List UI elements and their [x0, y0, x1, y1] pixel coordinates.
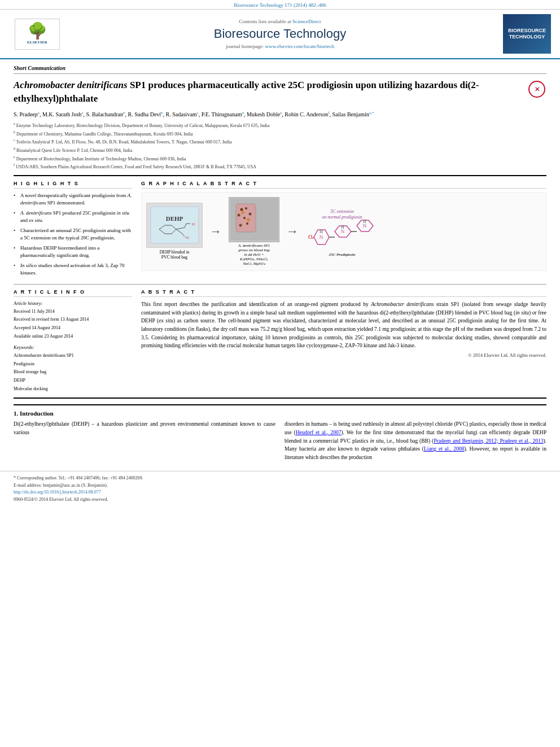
svg-point-19	[237, 214, 240, 217]
accepted-date: Accepted 14 August 2014	[14, 324, 132, 332]
ga-product-box: 5C extension on normal prodigiosin N H N…	[305, 206, 379, 257]
svg-point-20	[243, 217, 246, 219]
doi-line: http://dx.doi.org/10.1016/j.biortech.201…	[14, 489, 546, 496]
abstract-header: A B S T R A C T	[141, 289, 546, 297]
graphical-abstract-header: G R A P H I C A L A B S T R A C T	[141, 181, 546, 189]
crossmark-badge[interactable]: ✕	[528, 81, 546, 99]
intro-left-text: Di(2-ethylhexyl)phthalate (DEHP) – a haz…	[14, 420, 275, 436]
article-dates: Received 11 July 2014 Received in revise…	[14, 308, 132, 340]
keyword-3: Blood storage bag	[14, 368, 132, 376]
article-title: Achromobacter denitrificans SP1 produces…	[14, 78, 524, 106]
issn-line: 0960-8524/© 2014 Elsevier Ltd. All right…	[14, 496, 546, 504]
citation-text: Bioresource Technology 171 (2014) 482–48…	[234, 2, 326, 8]
journal-header: 🌳 ELSEVIER Contents lists available at S…	[0, 10, 560, 59]
graphical-abstract-content: DEHP O	[141, 192, 546, 271]
svg-line-40	[312, 237, 314, 239]
divider-1	[14, 175, 546, 176]
intro-left-col: Di(2-ethylhexyl)phthalate (DEHP) – a haz…	[14, 420, 275, 462]
abstract-column: A B S T R A C T This first report descri…	[141, 289, 546, 393]
crossmark-icon: ✕	[528, 81, 545, 98]
intro-right-text: disorders in humans – is being used ruth…	[285, 420, 546, 462]
footer-section: * Corresponding author. Tel.: +91 494 24…	[0, 471, 560, 507]
highlight-item-3: Characterized an unusual 25C prodigiosin…	[14, 227, 132, 242]
ga-product-label: 25C Prodigiosin	[329, 252, 356, 257]
svg-point-18	[245, 207, 247, 209]
article-info-column: A R T I C L E I N F O Article history: R…	[14, 289, 132, 393]
journal-title: Bioresource Technology	[65, 27, 495, 41]
ga-bacteria-box-wrapper: A. denitrificans SP1grows on blood bagin…	[229, 197, 279, 266]
svg-text:H: H	[341, 225, 344, 230]
homepage-label: journal homepage:	[226, 43, 264, 49]
svg-text:on normal prodigiosin: on normal prodigiosin	[322, 215, 362, 220]
ref-liang[interactable]: Liang et al., 2008	[424, 446, 464, 452]
keyword-4: DEHP	[14, 377, 132, 385]
svg-text:N: N	[320, 234, 323, 240]
article-type: Short Communication	[14, 65, 546, 74]
email-address: E-mail address: benjamin@uoc.ac.in (S. B…	[14, 482, 546, 490]
article-title-section: Achromobacter denitrificans SP1 produces…	[14, 78, 546, 106]
highlights-column: H I G H L I G H T S A novel therapeutica…	[14, 181, 132, 279]
svg-text:DEHP: DEHP	[165, 215, 183, 222]
science-direct-link[interactable]: ScienceDirect	[292, 19, 321, 24]
highlight-item-2: A. denitrificans SP1 produced 25C prodig…	[14, 209, 132, 225]
history-label: Article history:	[14, 300, 132, 306]
journal-badge-section: BIORESOURCETECHNOLOGY	[495, 14, 551, 54]
elsevier-logo: 🌳 ELSEVIER	[15, 19, 60, 50]
affiliations: a Enzyme Technology Laboratory, Biotechn…	[14, 121, 546, 171]
highlights-list: A novel therapeutically significant prod…	[14, 192, 132, 277]
ref-pradeep-benjamin[interactable]: Pradeep and Benjamin, 2012; Pradeep et a…	[434, 438, 543, 444]
affiliation-e: e Department of Biotechnology, Indian In…	[14, 155, 546, 163]
intro-two-col: Di(2-ethylhexyl)phthalate (DEHP) – a haz…	[14, 420, 546, 462]
highlight-item-5: In silico studies showed activation of J…	[14, 262, 132, 277]
available-online-date: Available online 23 August 2014	[14, 333, 132, 340]
intro-right-col: disorders in humans – is being used ruth…	[285, 420, 546, 462]
journal-center: Contents lists available at ScienceDirec…	[65, 19, 495, 49]
ga-product-structure: 5C extension on normal prodigiosin N H N…	[305, 206, 379, 251]
svg-point-22	[246, 222, 248, 225]
ref-heudorf[interactable]: Heudorf et al., 2007	[296, 430, 342, 435]
badge-title: BIORESOURCETECHNOLOGY	[508, 28, 546, 40]
ga-dehp-molecule: DEHP O	[146, 203, 203, 248]
ga-dehp-label: DEHP blended inPVC blood bag	[160, 250, 190, 261]
authors-line: S. Pradeepa, M.K. Sarath Josha, S. Balac…	[14, 110, 546, 119]
svg-text:O: O	[186, 235, 189, 240]
highlight-item-1: A novel therapeutically significant prod…	[14, 192, 132, 207]
affiliation-b: b Department of Chemistry, Mahatma Gandh…	[14, 130, 546, 138]
svg-point-23	[239, 224, 242, 227]
ga-arrow-2: →	[286, 224, 299, 239]
contents-available-text: Contents lists available at	[239, 19, 291, 24]
ga-bacteria-annotation: A. denitrificans SP1grows on blood bagin…	[238, 243, 270, 266]
svg-text:H: H	[320, 229, 323, 234]
doi-link[interactable]: http://dx.doi.org/10.1016/j.biortech.201…	[14, 490, 101, 495]
journal-homepage: journal homepage: www.elsevier.com/locat…	[65, 43, 495, 49]
elsevier-brand-text: ELSEVIER	[27, 40, 47, 45]
homepage-url[interactable]: www.elsevier.com/locate/biortech	[265, 43, 334, 49]
affiliation-c: c Toshvin Analytical P. Ltd, A6, II Floo…	[14, 138, 546, 146]
affiliation-d: d Bioanalytical Quest Life Science P. Lt…	[14, 146, 546, 154]
footer-left: * Corresponding author. Tel.: +91 494 24…	[14, 475, 546, 504]
svg-text:H: H	[363, 219, 366, 224]
affiliation-a: a Enzyme Technology Laboratory, Biotechn…	[14, 121, 546, 129]
keyword-1: Achromobacter denitrificans SP1	[14, 352, 132, 360]
svg-point-21	[248, 213, 251, 216]
divider-2	[14, 284, 546, 285]
keywords-label: Keywords:	[14, 344, 132, 350]
highlights-graphical-row: H I G H L I G H T S A novel therapeutica…	[14, 181, 546, 279]
graphical-abstract-column: G R A P H I C A L A B S T R A C T DEHP	[141, 181, 546, 279]
ga-arrow-1: →	[209, 224, 222, 239]
title-italic-part: Achromobacter denitrificans	[14, 80, 128, 90]
elsevier-logo-section: 🌳 ELSEVIER	[9, 19, 65, 50]
article-content: Short Communication Achromobacter denitr…	[0, 65, 560, 462]
article-info-header: A R T I C L E I N F O	[14, 289, 132, 297]
highlights-header: H I G H L I G H T S	[14, 181, 132, 189]
citation-bar: Bioresource Technology 171 (2014) 482–48…	[0, 0, 560, 10]
svg-text:O: O	[308, 234, 312, 240]
keyword-2: Prodigiosin	[14, 360, 132, 368]
keywords-list: Achromobacter denitrificans SP1 Prodigio…	[14, 352, 132, 392]
divider-3	[14, 397, 546, 399]
ga-bacteria-image	[229, 197, 279, 242]
those-word: those	[511, 421, 523, 427]
science-direct-line: Contents lists available at ScienceDirec…	[65, 19, 495, 24]
info-abstract-row: A R T I C L E I N F O Article history: R…	[14, 289, 546, 393]
received-revised-date: Received in revised form 13 August 2014	[14, 316, 132, 324]
